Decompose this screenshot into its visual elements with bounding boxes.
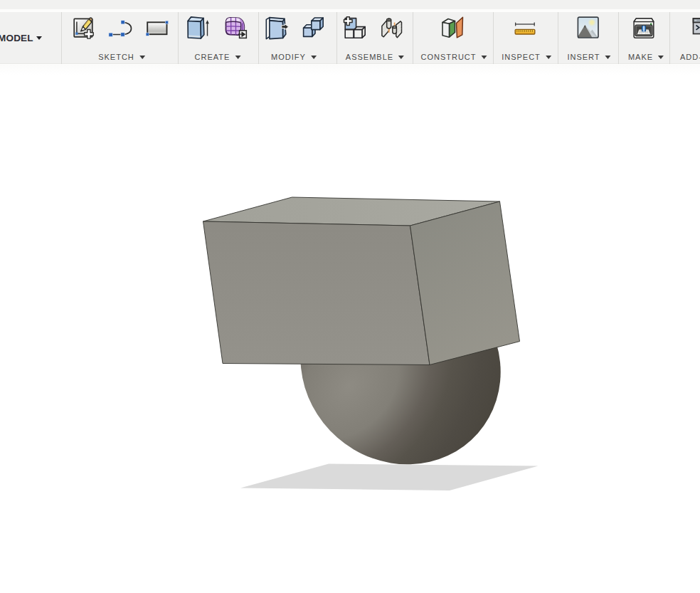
model-viewport[interactable] xyxy=(0,0,700,593)
dropdown-caret-icon xyxy=(311,56,317,59)
toolbar-ribbon: MODEL SKETCH CREATE MODIFY ASSEMBLE CONS… xyxy=(0,12,700,64)
scripts-add-ins-icon xyxy=(690,16,700,39)
joint-button[interactable] xyxy=(380,16,403,39)
group-divider xyxy=(258,12,259,64)
new-component-icon xyxy=(344,16,366,39)
ground-shadow xyxy=(240,464,539,491)
group-label-assemble[interactable]: ASSEMBLE xyxy=(346,52,404,62)
workspace-caret-icon xyxy=(36,36,42,40)
group-divider xyxy=(558,12,558,64)
group-divider xyxy=(61,12,62,64)
dropdown-caret-icon xyxy=(398,56,404,59)
dropdown-caret-icon xyxy=(605,56,611,59)
rectangle-button[interactable] xyxy=(144,16,167,39)
workspace-switcher[interactable]: MODEL xyxy=(0,31,42,45)
group-divider xyxy=(178,12,179,64)
offset-plane-button[interactable] xyxy=(441,16,464,39)
group-divider xyxy=(493,12,494,64)
group-divider xyxy=(669,12,670,64)
group-divider xyxy=(413,12,413,64)
create-sketch-button[interactable] xyxy=(72,16,95,39)
canvas-top-fade xyxy=(0,65,700,75)
box-face-front[interactable] xyxy=(203,221,430,365)
scripts-add-ins-button[interactable] xyxy=(690,16,700,39)
attached-canvas-icon xyxy=(577,16,600,39)
dropdown-caret-icon xyxy=(139,56,145,59)
group-label-sketch[interactable]: SKETCH xyxy=(98,52,145,62)
dropdown-caret-icon xyxy=(546,56,551,59)
group-label-insert[interactable]: INSERT xyxy=(567,52,610,62)
new-component-button[interactable] xyxy=(344,16,366,39)
joint-icon xyxy=(380,16,403,39)
extrude-button[interactable] xyxy=(186,16,209,39)
spline-icon xyxy=(108,16,131,39)
create-sketch-icon xyxy=(72,16,95,39)
make-3d-print-icon xyxy=(632,16,655,39)
offset-plane-icon xyxy=(441,16,464,39)
measure-button[interactable] xyxy=(514,16,536,39)
make-button[interactable] xyxy=(632,16,655,39)
workspace-label: MODEL xyxy=(0,33,33,43)
group-label-inspect[interactable]: INSPECT xyxy=(502,52,551,62)
box-body[interactable] xyxy=(203,197,520,365)
group-divider xyxy=(618,12,619,64)
dropdown-caret-icon xyxy=(235,56,240,59)
group-label-create[interactable]: CREATE xyxy=(195,52,241,62)
spline-button[interactable] xyxy=(108,16,131,39)
group-label-construct[interactable]: CONSTRUCT xyxy=(420,52,487,62)
press-pull-button[interactable] xyxy=(265,16,287,39)
create-form-icon xyxy=(224,16,247,39)
box-face-side[interactable] xyxy=(410,201,520,365)
fusion360-window: MODEL SKETCH CREATE MODIFY ASSEMBLE CONS… xyxy=(0,0,700,593)
group-label-make[interactable]: MAKE xyxy=(628,52,664,62)
rectangle-icon xyxy=(144,16,167,39)
combine-button[interactable] xyxy=(301,16,324,39)
create-form-button[interactable] xyxy=(224,16,247,39)
measure-icon xyxy=(514,16,536,39)
dropdown-caret-icon xyxy=(658,56,664,59)
dropdown-caret-icon xyxy=(482,56,487,59)
attached-canvas-button[interactable] xyxy=(577,16,600,39)
group-divider xyxy=(336,12,337,64)
extrude-icon xyxy=(186,16,209,39)
press-pull-icon xyxy=(265,16,289,39)
group-label-modify[interactable]: MODIFY xyxy=(271,52,317,62)
titlebar-strip xyxy=(0,0,700,9)
group-label-add-ins[interactable]: ADD-INS xyxy=(680,52,700,62)
combine-icon xyxy=(301,16,324,39)
